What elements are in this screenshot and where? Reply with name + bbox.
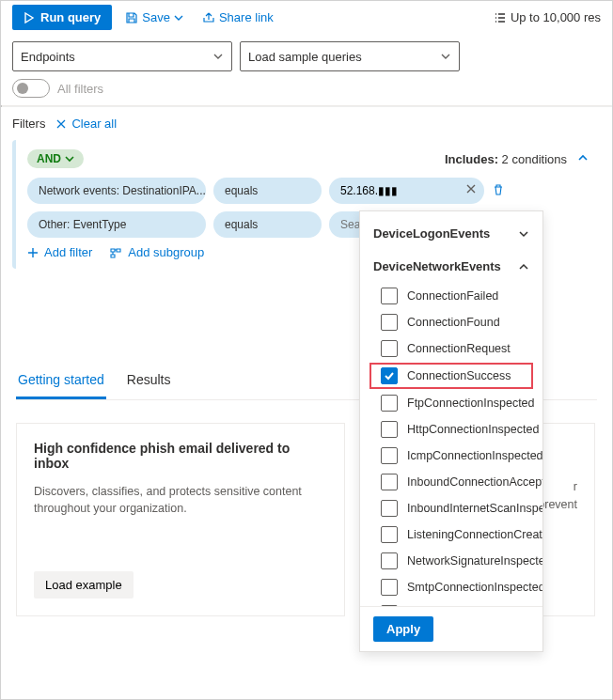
play-icon <box>24 12 35 23</box>
checkbox[interactable] <box>381 314 398 331</box>
dropdown-item[interactable]: NetworkSignatureInspected <box>360 548 542 574</box>
all-filters-label: All filters <box>57 82 103 96</box>
checkbox[interactable] <box>381 579 398 596</box>
dropdown-item[interactable]: ListeningConnectionCreated <box>360 521 542 548</box>
card-title: High confidence phish email delivered to… <box>34 441 327 471</box>
dropdown-item[interactable]: InboundConnectionAccepted <box>360 469 542 495</box>
check-icon <box>384 370 395 381</box>
checkbox[interactable] <box>381 500 398 517</box>
dropdown-item-label: HttpConnectionInspected <box>407 423 539 436</box>
chevron-up-icon <box>518 261 529 272</box>
dropdown-item[interactable]: IcmpConnectionInspected <box>360 443 542 469</box>
dropdown-item-label: InboundConnectionAccepted <box>407 475 542 489</box>
event-type-dropdown: DeviceLogonEventsDeviceNetworkEventsConn… <box>359 210 543 652</box>
includes-count: 2 conditions <box>502 152 567 166</box>
group-label: DeviceLogonEvents <box>373 226 490 241</box>
field-pill[interactable]: Other: EventType <box>27 211 206 238</box>
dropdown-item-label: InboundInternetScanInspected <box>407 502 542 515</box>
results-limit: Up to 10,000 res <box>494 10 601 24</box>
operator-pill[interactable]: equals <box>213 211 322 238</box>
checkbox[interactable] <box>381 367 398 384</box>
save-button[interactable]: Save <box>119 7 189 28</box>
endpoints-label: Endpoints <box>21 50 75 64</box>
chevron-down-icon <box>174 13 183 23</box>
dropdown-item[interactable]: ConnectionFailed <box>360 283 542 309</box>
sample-queries-select[interactable]: Load sample queries <box>240 41 460 71</box>
add-filter-button[interactable]: Add filter <box>27 245 92 259</box>
dropdown-item[interactable]: ConnectionFound <box>360 309 542 335</box>
run-query-button[interactable]: Run query <box>12 5 112 30</box>
clear-icon <box>55 117 68 131</box>
dropdown-item-label: NetworkSignatureInspected <box>407 554 542 568</box>
value-input[interactable] <box>329 178 484 204</box>
dropdown-item[interactable]: SmtpConnectionInspected <box>360 574 542 600</box>
operator-pill[interactable]: equals <box>213 178 322 204</box>
share-link-button[interactable]: Share link <box>196 7 279 28</box>
sample-label: Load sample queries <box>248 50 362 64</box>
checkbox[interactable] <box>381 447 398 464</box>
x-icon <box>465 183 477 194</box>
list-icon <box>494 11 507 24</box>
clear-value-icon[interactable] <box>465 183 477 197</box>
all-filters-toggle[interactable] <box>12 79 50 98</box>
clear-all-button[interactable]: Clear all <box>55 117 117 131</box>
load-example-button[interactable]: Load example <box>34 571 134 599</box>
chevron-down-icon <box>518 228 529 240</box>
includes-label: Includes: <box>445 152 498 166</box>
checkbox[interactable] <box>381 340 398 357</box>
filters-label: Filters <box>12 117 45 131</box>
add-subgroup-label: Add subgroup <box>128 245 204 259</box>
dropdown-item-label: FtpConnectionInspected <box>407 397 535 410</box>
card-desc: Discovers, classifies, and protects sens… <box>34 484 327 517</box>
plus-icon <box>27 247 39 258</box>
dropdown-item-label: ConnectionFailed <box>407 289 498 303</box>
chevron-down-icon <box>440 51 451 62</box>
dropdown-item[interactable]: FtpConnectionInspected <box>360 390 542 416</box>
dropdown-item-label: ConnectionSuccess <box>407 369 511 382</box>
field-pill[interactable]: Network events: DestinationIPA... <box>27 178 206 204</box>
dropdown-item[interactable]: HttpConnectionInspected <box>360 416 542 443</box>
subgroup-icon <box>109 247 122 258</box>
condition-row: Network events: DestinationIPA... equals <box>27 178 589 204</box>
tab-results[interactable]: Results <box>125 363 173 399</box>
dropdown-item[interactable]: InboundInternetScanInspected <box>360 495 542 521</box>
dropdown-item[interactable]: ConnectionRequest <box>360 335 542 362</box>
dropdown-group-header[interactable]: DeviceLogonEvents <box>360 217 542 250</box>
dropdown-item-label: ConnectionFound <box>407 316 500 329</box>
dropdown-item[interactable]: ConnectionSuccess <box>369 363 533 389</box>
collapse-conditions-button[interactable] <box>576 151 589 167</box>
chevron-down-icon <box>65 154 74 163</box>
dropdown-item-label: ConnectionRequest <box>407 342 511 355</box>
dropdown-group-header[interactable]: DeviceNetworkEvents <box>360 250 542 283</box>
run-query-label: Run query <box>40 10 101 24</box>
logic-label: AND <box>37 152 61 165</box>
checkbox[interactable] <box>381 288 398 304</box>
share-icon <box>202 11 215 24</box>
tab-getting-started[interactable]: Getting started <box>16 363 106 399</box>
checkbox[interactable] <box>381 474 398 490</box>
clear-all-label: Clear all <box>71 117 117 131</box>
example-card: High confidence phish email delivered to… <box>16 423 345 616</box>
checkbox[interactable] <box>381 552 398 569</box>
chevron-down-icon <box>212 51 224 62</box>
checkbox[interactable] <box>381 421 398 438</box>
group-label: DeviceNetworkEvents <box>373 259 501 273</box>
save-icon <box>125 11 138 24</box>
endpoints-select[interactable]: Endpoints <box>12 41 232 71</box>
delete-condition-button[interactable] <box>492 183 507 198</box>
save-label: Save <box>142 10 170 24</box>
chevron-up-icon <box>576 151 589 164</box>
dropdown-item-label: IcmpConnectionInspected <box>407 449 542 462</box>
dropdown-item-label: SmtpConnectionInspected <box>407 581 542 594</box>
dropdown-item-label: ListeningConnectionCreated <box>407 528 542 541</box>
checkbox[interactable] <box>381 526 398 543</box>
share-label: Share link <box>219 10 274 24</box>
add-filter-label: Add filter <box>44 245 92 259</box>
add-subgroup-button[interactable]: Add subgroup <box>109 245 204 259</box>
checkbox[interactable] <box>381 395 398 412</box>
apply-button[interactable]: Apply <box>373 616 433 642</box>
logic-operator-pill[interactable]: AND <box>27 149 84 168</box>
trash-icon <box>492 183 505 196</box>
